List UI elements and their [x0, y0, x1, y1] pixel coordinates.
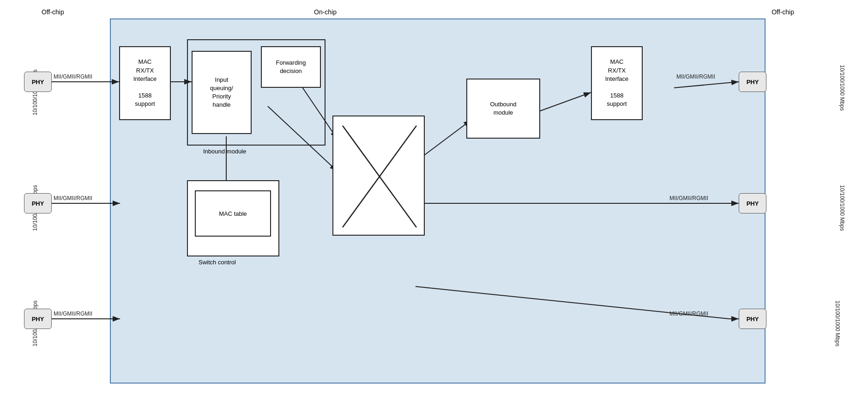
mac-table-label: MAC table [219, 210, 247, 217]
svg-text:10/100/1000 Mbps: 10/100/1000 Mbps [839, 65, 845, 110]
inbound-module-label: Inbound module [203, 148, 246, 155]
mac-rxtx-left: MAC RX/TX Interface 1588 support [119, 46, 171, 120]
phy-box-2: PHY [24, 193, 52, 213]
phy-box-5: PHY [739, 193, 766, 213]
switch-control-label: Switch control [199, 259, 236, 266]
switch-control-box: MAC table [187, 180, 279, 256]
offchip-left-label: Off-chip [42, 8, 64, 16]
svg-text:MII/GMII/RGMII: MII/GMII/RGMII [54, 73, 92, 80]
mac-table-inner-box: MAC table [195, 190, 271, 237]
onchip-label: On-chip [314, 8, 337, 16]
svg-text:MII/GMII/RGMII: MII/GMII/RGMII [54, 195, 92, 201]
crossbar-svg [333, 116, 426, 237]
diagram-container: Off-chip Off-chip On-chip MII/GMII/RGMII… [0, 0, 868, 396]
forwarding-decision-box: Forwarding decision [261, 46, 321, 88]
phy-box-4: PHY [739, 72, 766, 92]
svg-text:10/100/1000 Mbps: 10/100/1000 Mbps [834, 300, 841, 346]
offchip-right-label: Off-chip [772, 8, 794, 16]
svg-text:MII/GMII/RGMII: MII/GMII/RGMII [54, 311, 92, 317]
svg-text:10/100/1000 Mbps: 10/100/1000 Mbps [839, 185, 845, 231]
outbound-module-box: Outbound module [466, 79, 540, 139]
crossbar-box [332, 116, 425, 236]
mac-rxtx-right: MAC RX/TX Interface 1588 support [591, 46, 643, 120]
input-queuing-box: Input queuing/ Priority handle [192, 51, 252, 134]
phy-box-3: PHY [24, 309, 52, 329]
phy-box-1: PHY [24, 72, 52, 92]
phy-box-6: PHY [739, 309, 766, 329]
